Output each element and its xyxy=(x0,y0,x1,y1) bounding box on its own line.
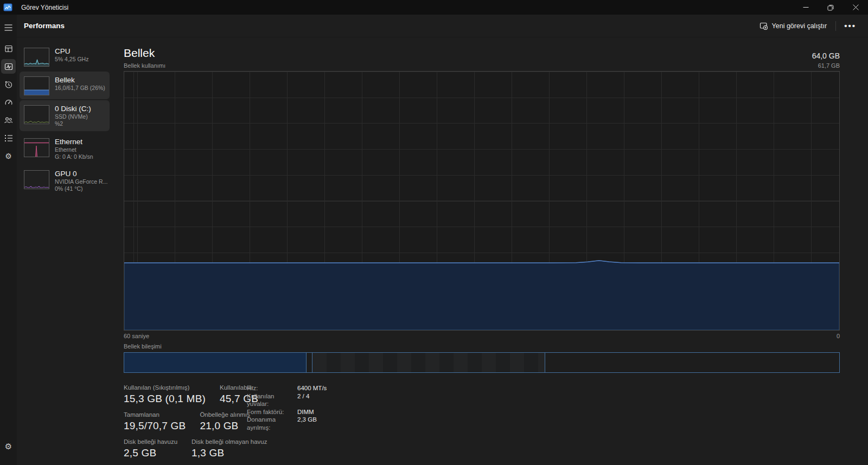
app-icon xyxy=(3,3,12,12)
task-manager-window: Görev Yöneticisi xyxy=(0,0,868,465)
titlebar: Görev Yöneticisi xyxy=(0,0,868,15)
x-axis-left-label: 60 saniye xyxy=(124,333,149,339)
close-icon xyxy=(853,4,859,10)
window-title: Görev Yöneticisi xyxy=(21,4,68,11)
run-new-task-button[interactable]: Yeni görevi çalıştır xyxy=(755,19,832,33)
stat-label: Önbelleğe alınmış xyxy=(200,411,252,419)
memory-total: 64,0 GB xyxy=(812,51,840,60)
stat-label: Kullanılan (Sıkıştırılmış) xyxy=(124,384,206,392)
nav-details[interactable] xyxy=(1,131,16,145)
memory-sparkline xyxy=(24,76,49,95)
stat-value: 19,5/70,7 GB xyxy=(124,419,186,433)
perf-item-title: Ethernet xyxy=(55,137,93,146)
run-new-task-label: Yeni görevi çalıştır xyxy=(772,22,827,30)
memory-composition-bar[interactable] xyxy=(124,352,840,373)
perf-item-sub: %2 xyxy=(55,120,91,127)
minimize-button[interactable] xyxy=(793,0,818,15)
stat-label: Tamamlanan xyxy=(124,411,186,419)
composition-label: Bellek bileşimi xyxy=(124,343,840,350)
perf-item-title: 0 Diski (C:) xyxy=(55,104,91,113)
detail-value: 2,3 GB xyxy=(297,416,317,431)
page-title: Performans xyxy=(24,22,65,30)
x-axis-right-label: 0 xyxy=(837,333,840,339)
memory-area-fill xyxy=(124,261,839,330)
page-header: Performans Yeni görevi çalıştır ••• xyxy=(17,15,868,37)
hamburger-button[interactable] xyxy=(1,20,16,35)
detail-label: Kullanılan yuvalar: xyxy=(247,392,297,408)
nav-processes[interactable] xyxy=(1,41,16,56)
hamburger-icon xyxy=(4,24,12,31)
comp-in-use xyxy=(124,353,307,372)
disk-sparkline xyxy=(24,105,49,124)
detail-label: Hız: xyxy=(247,384,297,392)
perf-item-memory[interactable]: Bellek 16,0/61,7 GB (26%) xyxy=(20,72,110,99)
hardware-details: Hız: 6400 MT/s Kullanılan yuvalar: 2 / 4… xyxy=(247,384,327,432)
stat-label: Disk belleği havuzu xyxy=(124,438,177,446)
memory-stats: Kullanılan (Sıkıştırılmış) 15,3 GB (0,1 … xyxy=(124,384,840,460)
services-icon: ⚙ xyxy=(5,152,12,160)
restore-button[interactable] xyxy=(818,0,843,15)
comp-free xyxy=(545,353,839,372)
perf-item-title: GPU 0 xyxy=(55,169,107,178)
perf-item-sub: SSD (NVMe) xyxy=(55,113,91,120)
nav-performance[interactable] xyxy=(1,59,16,74)
stat-label: Disk belleği olmayan havuz xyxy=(192,438,267,446)
navigation-rail: ⚙ ⚙ xyxy=(0,15,17,465)
chart-label: Bellek kullanımı xyxy=(124,62,165,69)
detail-value: 2 / 4 xyxy=(297,392,309,408)
nav-app-history[interactable] xyxy=(1,77,16,92)
minimize-icon xyxy=(803,4,809,10)
perf-item-title: Bellek xyxy=(55,75,105,85)
ethernet-sparkline xyxy=(24,138,49,157)
detail-value: DIMM xyxy=(297,408,314,416)
perf-item-disk[interactable]: 0 Diski (C:) SSD (NVMe) %2 xyxy=(20,100,110,131)
stat-value: 1,3 GB xyxy=(192,446,267,460)
users-icon xyxy=(4,116,13,125)
chart-max-label: 61,7 GB xyxy=(818,62,840,69)
perf-item-title: CPU xyxy=(55,47,88,56)
perf-item-sub: 0% (41 °C) xyxy=(55,185,107,192)
processes-icon xyxy=(4,44,13,53)
performance-icon xyxy=(4,62,13,71)
nav-services[interactable]: ⚙ xyxy=(1,148,16,163)
close-button[interactable] xyxy=(843,0,868,15)
stat-value: 21,0 GB xyxy=(200,419,252,433)
perf-item-sub: G: 0 A: 0 Kb/sn xyxy=(55,153,93,160)
stat-value: 15,3 GB (0,1 MB) xyxy=(124,392,206,406)
comp-standby xyxy=(312,353,546,372)
detail-value: 6400 MT/s xyxy=(297,384,327,392)
more-options-button[interactable]: ••• xyxy=(840,19,860,33)
perf-item-gpu[interactable]: GPU 0 NVIDIA GeForce R... 0% (41 °C) xyxy=(20,165,110,196)
perf-item-sub: 16,0/61,7 GB (26%) xyxy=(55,85,105,92)
perf-item-sub: NVIDIA GeForce R... xyxy=(55,178,107,185)
settings-icon: ⚙ xyxy=(5,443,12,451)
startup-apps-icon xyxy=(4,98,13,107)
perf-item-cpu[interactable]: CPU 5% 4,25 GHz xyxy=(20,43,110,70)
detail-label: Donanıma ayrılmış: xyxy=(247,416,297,431)
nav-users[interactable] xyxy=(1,113,16,127)
perf-item-sub: 5% 4,25 GHz xyxy=(55,56,88,63)
memory-usage-chart[interactable] xyxy=(124,71,840,331)
gpu-sparkline xyxy=(24,170,49,189)
detail-title: Bellek xyxy=(124,46,155,60)
comp-modified xyxy=(307,353,312,372)
perf-item-ethernet[interactable]: Ethernet Ethernet G: 0 A: 0 Kb/sn xyxy=(20,133,110,164)
details-icon xyxy=(4,134,13,142)
performance-list: CPU 5% 4,25 GHz Bellek xyxy=(17,37,111,465)
memory-detail-pane: Bellek 64,0 GB Bellek kullanımı 61,7 GB xyxy=(111,37,868,465)
header-divider xyxy=(835,21,836,31)
app-history-icon xyxy=(4,80,13,89)
restore-icon xyxy=(827,4,834,11)
memory-usage-line xyxy=(124,261,839,263)
detail-label: Form faktörü: xyxy=(247,408,297,416)
cpu-sparkline xyxy=(24,48,49,67)
run-task-icon xyxy=(760,22,768,30)
perf-item-sub: Ethernet xyxy=(55,146,93,153)
settings-button[interactable]: ⚙ xyxy=(1,440,16,454)
nav-startup-apps[interactable] xyxy=(1,95,16,109)
stat-value: 2,5 GB xyxy=(124,446,177,460)
